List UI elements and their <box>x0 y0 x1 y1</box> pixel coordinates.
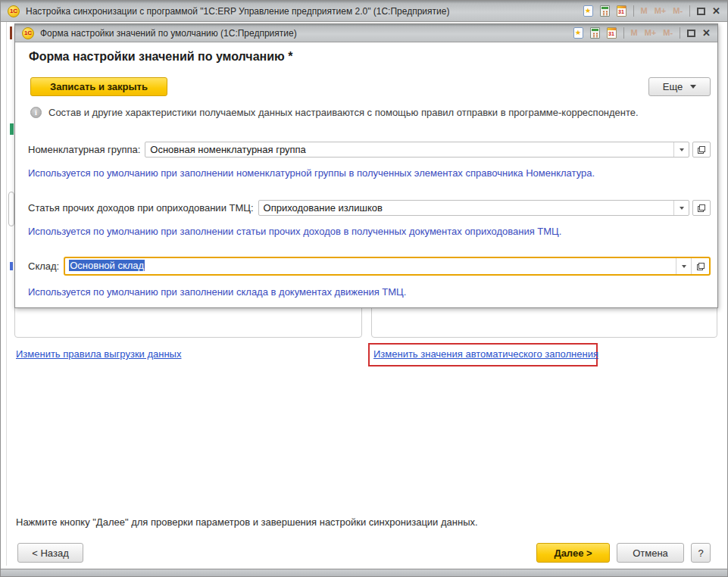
nomenclature-group-hint: Используется по умолчанию при заполнении… <box>28 167 708 179</box>
info-icon <box>30 107 42 118</box>
open-in-list-icon <box>698 146 705 154</box>
memory-m-button: М <box>631 29 638 37</box>
sync-setup-window: 1С Настройка синхронизации с программой … <box>0 0 728 577</box>
selected-text: Основной склад <box>69 260 145 271</box>
dialog-title: Форма настройки значений по умолчанию (1… <box>40 28 297 39</box>
info-row: Состав и другие характеристики получаемы… <box>30 107 708 118</box>
calendar-day-label: 31 <box>608 30 614 38</box>
warehouse-input[interactable]: Основной склад <box>64 257 711 276</box>
next-step-hint: Нажмите кнопку "Далее" для проверки пара… <box>16 516 478 528</box>
nomenclature-group-row: Номенклатурная группа: Основная номенкла… <box>28 142 711 158</box>
titlebar-separator <box>633 5 634 17</box>
nomenclature-group-input[interactable]: Основная номенклатурная группа <box>145 142 689 158</box>
dropdown-button[interactable] <box>676 258 691 274</box>
nomenclature-group-label: Номенклатурная группа: <box>28 144 140 155</box>
default-values-dialog: 1С Форма настройки значений по умолчанию… <box>14 23 718 308</box>
window-bottom-edge <box>1 569 727 576</box>
save-and-close-button[interactable]: Записать и закрыть <box>30 77 167 96</box>
other-income-item-hint: Используется по умолчанию при заполнении… <box>28 226 708 237</box>
close-icon[interactable]: ✕ <box>702 28 711 38</box>
back-button[interactable]: < Назад <box>17 543 83 563</box>
background-window-fragment <box>8 192 14 226</box>
wizard-buttons: Далее > Отмена ? <box>536 543 711 563</box>
info-text: Состав и другие характеристики получаемы… <box>48 107 639 118</box>
change-export-rules-link[interactable]: Изменить правила выгрузки данных <box>16 348 181 360</box>
titlebar-separator <box>689 5 690 17</box>
other-income-item-value[interactable]: Оприходование излишков <box>259 201 673 215</box>
cancel-button[interactable]: Отмена <box>617 543 684 563</box>
maximize-icon[interactable] <box>697 8 705 15</box>
memory-m-button: М <box>641 7 648 15</box>
chevron-down-icon <box>680 148 684 151</box>
next-button[interactable]: Далее > <box>536 543 610 563</box>
dialog-titlebar-icons: 31 М М+ М- ✕ <box>573 27 718 39</box>
background-window-fragment <box>10 27 12 39</box>
more-button-label: Еще <box>663 81 683 92</box>
titlebar-separator <box>623 27 624 39</box>
close-icon[interactable]: ✕ <box>712 6 720 16</box>
memory-m-minus-button: М- <box>673 7 683 15</box>
help-button[interactable]: ? <box>691 543 711 563</box>
calendar-day-label: 31 <box>618 8 624 16</box>
1c-logo-icon: 1С <box>22 27 34 39</box>
other-income-item-label: Статья прочих доходов при оприходовании … <box>28 202 254 214</box>
dropdown-button[interactable] <box>673 201 689 215</box>
background-window-fragment <box>10 123 14 135</box>
open-value-button[interactable] <box>691 258 709 274</box>
open-in-list-icon <box>697 263 705 270</box>
main-window-titlebar: 1С Настройка синхронизации с программой … <box>1 1 727 22</box>
more-button[interactable]: Еще <box>648 77 711 96</box>
change-autofill-values-link[interactable]: Изменить значения автоматического заполн… <box>373 348 598 360</box>
memory-m-plus-button: М+ <box>645 29 657 37</box>
memory-m-plus-button: М+ <box>655 7 667 15</box>
warehouse-hint: Используется по умолчанию при заполнении… <box>28 286 708 298</box>
other-income-item-row: Статья прочих доходов при оприходовании … <box>28 200 711 216</box>
favorites-icon[interactable] <box>573 27 583 39</box>
titlebar-separator <box>680 27 680 39</box>
nomenclature-group-value[interactable]: Основная номенклатурная группа <box>145 142 673 157</box>
dialog-titlebar: 1С Форма настройки значений по умолчанию… <box>15 24 717 42</box>
chevron-down-icon <box>680 207 684 210</box>
calendar-icon[interactable]: 31 <box>617 5 626 17</box>
1c-logo-icon: 1С <box>8 5 20 17</box>
warehouse-label: Склад: <box>28 260 59 272</box>
calculator-icon[interactable] <box>600 5 610 17</box>
chevron-down-icon <box>690 85 696 89</box>
memory-m-minus-button: М- <box>663 29 673 37</box>
dropdown-button[interactable] <box>673 142 689 157</box>
other-income-item-input[interactable]: Оприходование излишков <box>258 200 689 216</box>
warehouse-value[interactable]: Основной склад <box>65 258 676 274</box>
chevron-down-icon <box>682 265 686 268</box>
main-window-title: Настройка синхронизации с программой "1С… <box>26 6 449 17</box>
calendar-icon[interactable]: 31 <box>607 27 617 39</box>
favorites-icon[interactable] <box>583 5 593 17</box>
open-in-list-icon <box>698 204 705 212</box>
dialog-body: Форма настройки значений по умолчанию * … <box>15 42 717 307</box>
main-titlebar-icons: 31 М М+ М- ✕ <box>583 5 728 17</box>
calculator-icon[interactable] <box>590 27 600 39</box>
open-value-button[interactable] <box>692 200 711 216</box>
dialog-heading: Форма настройки значений по умолчанию * <box>29 50 292 64</box>
warehouse-row: Склад: Основной склад <box>28 257 711 276</box>
background-panel-edge <box>6 22 7 566</box>
background-window-fragment <box>10 262 13 270</box>
open-value-button[interactable] <box>692 142 711 158</box>
maximize-icon[interactable] <box>687 30 695 37</box>
